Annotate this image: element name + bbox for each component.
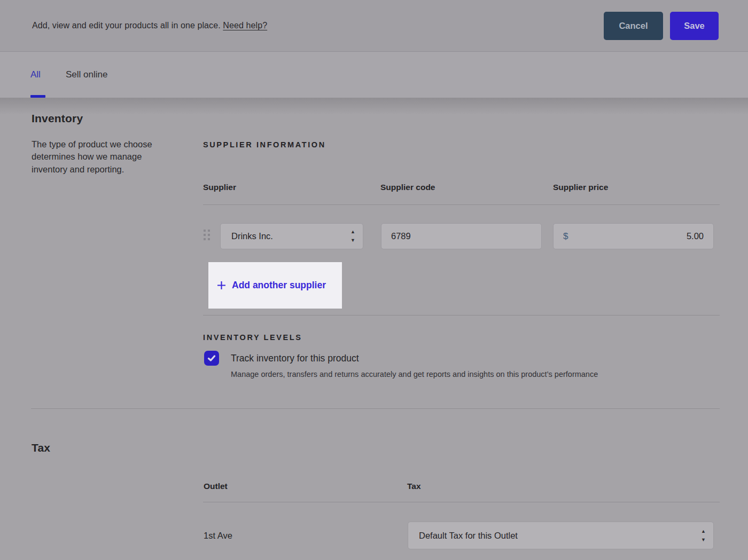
tax-section-divider xyxy=(31,408,720,409)
tax-select-value: Default Tax for this Outlet xyxy=(419,531,518,541)
drag-handle-icon[interactable] xyxy=(204,230,212,243)
tax-select[interactable]: Default Tax for this Outlet ▲ ▼ xyxy=(408,522,714,549)
chevron-down-icon: ▼ xyxy=(350,238,355,243)
track-inventory-checkbox[interactable] xyxy=(204,351,219,366)
track-inventory-help-text: Manage orders, transfers and returns acc… xyxy=(231,370,598,378)
track-inventory-label: Track inventory for this product xyxy=(231,353,359,364)
inventory-levels-heading: INVENTORY LEVELS xyxy=(203,333,302,342)
stepper-arrows-icon[interactable]: ▲ ▼ xyxy=(350,230,355,243)
top-bar-message: Add, view and edit your products all in … xyxy=(32,21,267,30)
top-bar-actions: Cancel Save xyxy=(604,12,719,40)
need-help-link[interactable]: Need help? xyxy=(223,21,267,30)
plus-icon xyxy=(217,281,225,289)
supplier-price-value: 5.00 xyxy=(687,231,704,241)
supplier-select[interactable]: Drinks Inc. ▲ ▼ xyxy=(220,223,363,249)
top-bar: Add, view and edit your products all in … xyxy=(0,0,748,52)
add-another-supplier-link[interactable]: Add another supplier xyxy=(217,280,326,291)
supplier-code-input[interactable] xyxy=(381,223,542,249)
stepper-arrows-icon[interactable]: ▲ ▼ xyxy=(701,529,706,542)
supplier-price-input[interactable]: $ 5.00 xyxy=(553,223,714,249)
cancel-button[interactable]: Cancel xyxy=(604,12,663,40)
supplier-select-value: Drinks Inc. xyxy=(231,231,273,241)
column-header-supplier-price: Supplier price xyxy=(553,183,608,192)
page-content: Inventory The type of product we choose … xyxy=(0,98,748,560)
chevron-down-icon: ▼ xyxy=(701,538,706,542)
outlet-name: 1st Ave xyxy=(204,531,232,541)
column-header-supplier-code: Supplier code xyxy=(380,183,435,192)
checkmark-icon xyxy=(207,353,216,363)
column-header-supplier: Supplier xyxy=(203,183,236,192)
chevron-up-icon: ▲ xyxy=(350,230,355,234)
top-bar-message-text: Add, view and edit your products all in … xyxy=(32,21,221,30)
column-header-outlet: Outlet xyxy=(204,482,228,491)
tab-bar: All Sell online xyxy=(0,52,748,98)
tab-sell-online[interactable]: Sell online xyxy=(66,52,107,98)
save-button[interactable]: Save xyxy=(670,12,719,40)
product-edit-screen: Add, view and edit your products all in … xyxy=(0,0,748,560)
inventory-section-title: Inventory xyxy=(32,112,83,125)
currency-symbol: $ xyxy=(563,231,568,242)
chevron-up-icon: ▲ xyxy=(701,529,706,534)
inventory-section-description: The type of product we choose determines… xyxy=(32,138,174,176)
supplier-section-divider xyxy=(203,315,720,316)
supplier-table-header-divider xyxy=(203,204,720,205)
column-header-tax: Tax xyxy=(407,482,421,491)
tax-table-header-divider xyxy=(203,502,720,502)
tab-all[interactable]: All xyxy=(30,52,41,98)
supplier-information-heading: SUPPLIER INFORMATION xyxy=(203,140,326,149)
tutorial-spotlight: Add another supplier xyxy=(208,262,342,309)
tax-section-title: Tax xyxy=(32,441,50,454)
add-another-supplier-label: Add another supplier xyxy=(232,280,326,291)
